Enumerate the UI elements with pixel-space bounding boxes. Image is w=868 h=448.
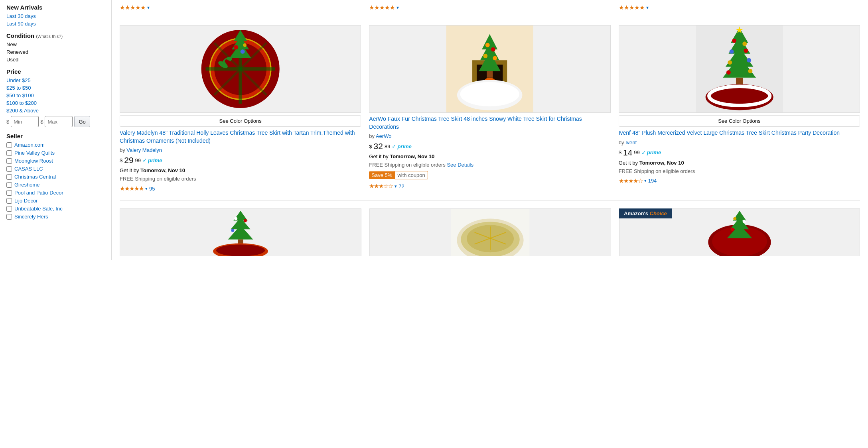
product-image-2[interactable]: [369, 25, 610, 113]
color-options-button-3[interactable]: See Color Options: [619, 115, 860, 127]
coupon-save-2: Save 5%: [369, 171, 395, 179]
svg-point-30: [491, 47, 495, 52]
prime-badge-2: ✓ prime: [392, 143, 411, 149]
svg-point-32: [493, 56, 497, 60]
seller-label-moonglow[interactable]: Moonglow Roost: [14, 158, 53, 164]
svg-point-45: [726, 70, 731, 75]
top-partial-card-3: ★★★★★ ▾: [619, 4, 860, 13]
prime-text-1: prime: [148, 157, 162, 163]
condition-renewed[interactable]: Renewed: [6, 49, 105, 55]
condition-new[interactable]: New: [6, 41, 105, 47]
seller-label-gireshome[interactable]: Gireshome: [14, 182, 40, 188]
product-title-2[interactable]: AerWo Faux Fur Christmas Tree Skirt 48 i…: [369, 115, 610, 131]
price-200-above[interactable]: $200 & Above: [6, 108, 105, 114]
product-card-3: See Color Options Ivenf 48" Plush Mercer…: [619, 25, 860, 192]
seller-checkbox-pool-patio[interactable]: [6, 190, 12, 196]
see-details-link[interactable]: See Details: [447, 162, 473, 168]
seller-label-sincerely-hers[interactable]: Sincerely Hers: [14, 214, 48, 220]
price-main-1: 29: [124, 155, 133, 165]
review-link-partial-2[interactable]: ▾: [397, 5, 399, 10]
price-min-input[interactable]: [11, 116, 39, 127]
seller-checkbox-sincerely-hers[interactable]: [6, 214, 12, 220]
seller-checkbox-gireshome[interactable]: [6, 182, 12, 188]
review-count-3[interactable]: 194: [648, 178, 657, 184]
seller-label-unbeatable[interactable]: Unbeatable Sale, Inc: [14, 206, 63, 212]
seller-checkbox-unbeatable[interactable]: [6, 206, 12, 212]
seller-checkbox-christmas-central[interactable]: [6, 174, 12, 180]
brand-link-1[interactable]: Valery Madelyn: [126, 147, 162, 153]
bottom-partial-card-3-wrapper: Amazon's Choice: [619, 208, 860, 256]
price-50-100[interactable]: $50 to $100: [6, 92, 105, 98]
product-by-1: by Valery Madelyn: [120, 147, 361, 153]
seller-item: Pine Valley Quilts: [6, 150, 105, 156]
product-by-3: by Ivenf: [619, 140, 860, 145]
prime-badge-3: ✓ prime: [641, 149, 661, 156]
brand-link-2[interactable]: AerWo: [376, 133, 392, 139]
top-partial-card-2: ★★★★★ ▾: [369, 4, 610, 13]
svg-rect-26: [487, 71, 493, 77]
review-link-partial-3[interactable]: ▾: [646, 5, 649, 10]
main-content: ★★★★★ ▾ ★★★★★ ▾ ★★★★★ ▾: [112, 0, 868, 260]
dropdown-arrow-1[interactable]: ▾: [145, 186, 148, 191]
last-90-days-link[interactable]: Last 90 days: [6, 21, 105, 27]
price-block-3: $ 14 99 ✓ prime: [619, 148, 860, 157]
price-under-25[interactable]: Under $25: [6, 77, 105, 83]
stars-1: ★★★★★: [120, 185, 144, 192]
review-count-1[interactable]: 95: [149, 186, 155, 192]
svg-point-76: [743, 220, 746, 223]
shipping-text-1: FREE Shipping on eligible orders: [120, 176, 361, 182]
price-100-200[interactable]: $100 to $200: [6, 100, 105, 106]
stars-row-2: ★★★☆☆ ▾ 72: [369, 183, 610, 190]
svg-point-51: [713, 89, 765, 103]
prime-check-icon-2: ✓: [392, 143, 397, 149]
seller-item: Gireshome: [6, 182, 105, 188]
svg-point-10: [225, 59, 228, 63]
price-block-2: $ 32 89 ✓ prime: [369, 141, 610, 151]
seller-label-lijo[interactable]: Lijo Decor: [14, 198, 38, 204]
dropdown-arrow-3[interactable]: ▾: [644, 178, 647, 183]
shipping-text-3: FREE Shipping on eligible orders: [619, 168, 860, 174]
svg-point-31: [483, 54, 488, 58]
review-count-2[interactable]: 72: [398, 183, 404, 189]
seller-checkbox-amazon[interactable]: [6, 142, 12, 148]
bottom-partial-card-2: [369, 208, 611, 256]
prime-text-2: prime: [397, 143, 411, 149]
review-link-partial-1[interactable]: ▾: [147, 5, 150, 10]
seller-checkbox-casas[interactable]: [6, 166, 12, 172]
product-title-3[interactable]: Ivenf 48" Plush Mercerized Velvet Large …: [619, 129, 860, 137]
product-title-1[interactable]: Valery Madelyn 48" Traditional Holly Lea…: [120, 129, 361, 145]
price-title: Price: [6, 68, 105, 75]
seller-label-pine-valley[interactable]: Pine Valley Quilts: [14, 150, 55, 156]
price-cents-2: 89: [385, 143, 390, 149]
seller-label-amazon[interactable]: Amazon.com: [14, 142, 45, 148]
seller-label-christmas-central[interactable]: Christmas Central: [14, 174, 56, 180]
seller-checkbox-pine-valley[interactable]: [6, 150, 12, 156]
brand-link-3[interactable]: Ivenf: [625, 140, 637, 145]
last-30-days-link[interactable]: Last 30 days: [6, 13, 105, 19]
svg-point-59: [231, 229, 234, 232]
condition-subtitle[interactable]: (What's this?): [36, 34, 63, 39]
stars-partial-2: ★★★★★: [369, 4, 395, 11]
svg-point-29: [485, 43, 490, 47]
price-dollar-3: $: [619, 149, 621, 155]
dollar-sign-max: $: [40, 119, 43, 125]
svg-point-39: [732, 39, 736, 43]
color-options-button-1[interactable]: See Color Options: [120, 115, 361, 127]
price-25-50[interactable]: $25 to $50: [6, 85, 105, 91]
condition-used[interactable]: Used: [6, 57, 105, 63]
seller-checkbox-moonglow[interactable]: [6, 158, 12, 164]
seller-label-casas[interactable]: CASAS LLC: [14, 166, 43, 172]
seller-label-pool-patio[interactable]: Pool and Patio Decor: [14, 190, 63, 196]
seller-checkbox-lijo[interactable]: [6, 198, 12, 204]
product-image-1[interactable]: [120, 25, 361, 113]
stars-partial-1: ★★★★★: [120, 4, 146, 11]
seller-item: Christmas Central: [6, 174, 105, 180]
product-image-3[interactable]: [619, 25, 860, 113]
dropdown-arrow-2[interactable]: ▾: [395, 184, 397, 189]
price-max-input[interactable]: [45, 116, 73, 127]
product-card-2: AerWo Faux Fur Christmas Tree Skirt 48 i…: [369, 25, 610, 192]
price-go-button[interactable]: Go: [74, 116, 90, 127]
new-arrivals-title: New Arrivals: [6, 4, 105, 11]
svg-point-41: [729, 49, 734, 54]
price-cents-3: 99: [634, 149, 639, 155]
